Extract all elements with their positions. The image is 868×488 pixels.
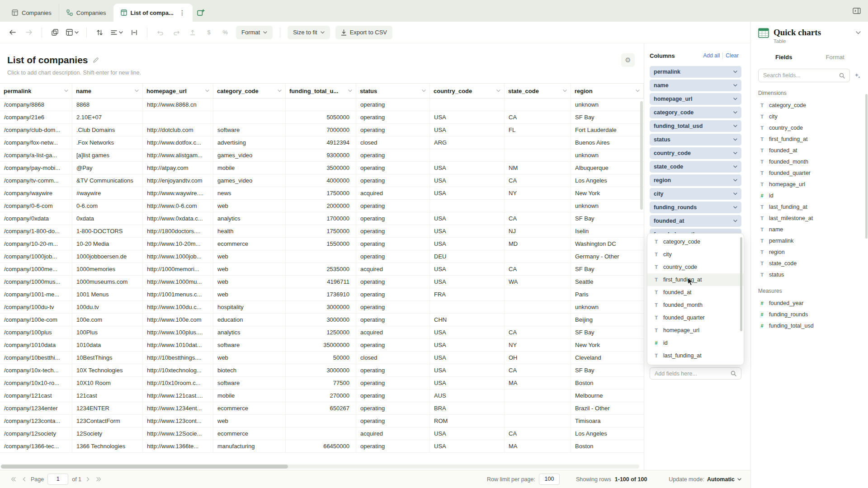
panel-scrollbar[interactable] <box>865 94 868 239</box>
column-header[interactable]: region <box>571 84 644 98</box>
update-mode-dropdown[interactable]: Update mode: Automatic <box>669 476 741 483</box>
table-row[interactable]: /company/1000job... 1000jobboersen.de ht… <box>0 250 644 263</box>
dropdown-field-item[interactable]: # id <box>647 337 744 349</box>
table-row[interactable]: /company/tv-comm... &TV Communications h… <box>0 174 644 187</box>
table-row[interactable]: /company/1366-tec... 1366 Technologies h… <box>0 440 644 453</box>
dropdown-field-item[interactable]: T homepage_url <box>647 324 744 337</box>
settings-gear-icon[interactable]: ⚙ <box>621 53 635 67</box>
chevron-down-icon[interactable] <box>733 206 737 209</box>
chevron-down-icon[interactable] <box>733 138 737 141</box>
tab-fields[interactable]: Fields <box>758 52 810 62</box>
dropdown-scrollbar[interactable] <box>740 237 742 331</box>
percent-format-icon[interactable]: % <box>218 25 232 40</box>
dimension-item[interactable]: T city <box>758 111 861 122</box>
tab-companies-1[interactable]: Companies <box>5 4 59 22</box>
dropdown-field-item[interactable]: T last_funding_at <box>647 349 744 362</box>
edit-title-icon[interactable] <box>93 57 99 63</box>
new-tab-button[interactable] <box>193 4 210 22</box>
chevron-down-icon[interactable] <box>733 70 737 73</box>
column-pill[interactable]: funding_total_usd <box>650 120 741 132</box>
ai-sparkle-icon[interactable] <box>854 72 861 79</box>
column-filter-chevron-icon[interactable] <box>496 89 500 92</box>
dimension-item[interactable]: T category_code <box>758 99 861 111</box>
column-header[interactable]: category_code <box>213 84 286 98</box>
table-row[interactable]: /company/10bestthi... 10BestThings http:… <box>0 352 644 364</box>
column-pill[interactable]: status <box>650 134 741 145</box>
dimension-item[interactable]: T founded_quarter <box>758 167 861 178</box>
dropdown-field-item[interactable]: T founded_month <box>647 299 744 311</box>
merge-cells-icon[interactable] <box>127 25 142 40</box>
chevron-down-icon[interactable] <box>733 111 737 114</box>
column-filter-chevron-icon[interactable] <box>348 89 352 92</box>
table-row[interactable]: /company/100e-com 100e.com http://www.10… <box>0 314 644 326</box>
column-header[interactable]: funding_total_u... <box>286 84 356 98</box>
measure-item[interactable]: # founded_year <box>758 297 861 309</box>
dimension-item[interactable]: T region <box>758 246 861 258</box>
table-row[interactable]: /company/1010data 1010data http://www.10… <box>0 339 644 352</box>
row-limit-input[interactable]: 100 <box>539 474 560 485</box>
sort-button[interactable] <box>92 25 107 40</box>
align-button[interactable] <box>108 25 125 40</box>
table-options-button[interactable] <box>64 25 81 40</box>
dimension-item[interactable]: # id <box>758 190 861 201</box>
measure-item[interactable]: # funding_total_usd <box>758 320 861 331</box>
format-button[interactable]: Format <box>236 26 273 39</box>
dimension-item[interactable]: T founded_month <box>758 156 861 167</box>
column-filter-chevron-icon[interactable] <box>205 89 209 92</box>
clear-format-icon[interactable] <box>185 25 200 40</box>
chevron-down-icon[interactable] <box>733 98 737 100</box>
add-fields-input[interactable]: Add fields here... <box>650 367 741 380</box>
column-filter-chevron-icon[interactable] <box>422 89 426 92</box>
column-pill[interactable]: funding_rounds <box>650 202 741 213</box>
table-row[interactable]: /company/100du-tv 100du.tv http://www.10… <box>0 301 644 314</box>
forward-button[interactable] <box>22 25 36 40</box>
table-row[interactable]: /company/0-6-com 0-6.com http://www.0-6.… <box>0 200 644 212</box>
table-row[interactable]: /company/10x10-ro... 10X10 Room http://1… <box>0 377 644 389</box>
table-row[interactable]: /company/1000me... 1000memories http://1… <box>0 263 644 276</box>
column-pill[interactable]: category_code <box>650 107 741 118</box>
dimension-item[interactable]: T first_funding_at <box>758 133 861 145</box>
table-row[interactable]: /company/pay-mobi... @Pay http://atpay.c… <box>0 162 644 174</box>
column-filter-chevron-icon[interactable] <box>636 89 640 92</box>
horizontal-scrollbar-thumb[interactable] <box>1 465 288 469</box>
chevron-down-icon[interactable] <box>733 220 737 222</box>
dimension-item[interactable]: T founded_at <box>758 145 861 156</box>
horizontal-scrollbar[interactable] <box>1 465 639 469</box>
column-header[interactable]: name <box>72 84 143 98</box>
dimension-item[interactable]: T state_code <box>758 258 861 269</box>
chevron-down-icon[interactable] <box>733 125 737 127</box>
back-button[interactable] <box>5 25 20 40</box>
last-page-icon[interactable] <box>95 477 103 482</box>
first-page-icon[interactable] <box>9 477 17 482</box>
table-row[interactable]: /company/12society 12Society http://www.… <box>0 427 644 440</box>
column-header[interactable]: country_code <box>430 84 505 98</box>
dropdown-field-item[interactable]: T founded_at <box>647 286 744 299</box>
table-row[interactable]: /company/8868 8868 http://www.8868.cn op… <box>0 99 644 111</box>
dimension-item[interactable]: T homepage_url <box>758 178 861 190</box>
chart-description-placeholder[interactable]: Click to add chart description. Shift-en… <box>0 67 644 83</box>
chevron-down-icon[interactable] <box>733 84 737 87</box>
tab-companies-2[interactable]: Companies <box>59 4 113 22</box>
table-row[interactable]: /company/121cast 121cast http://www.121c… <box>0 389 644 402</box>
tab-format[interactable]: Format <box>810 52 861 62</box>
dimension-item[interactable]: T last_funding_at <box>758 201 861 212</box>
table-row[interactable]: /company/10x-tech... 10X Technologies ht… <box>0 364 644 377</box>
dimension-item[interactable]: T name <box>758 224 861 235</box>
chevron-down-icon[interactable] <box>733 152 737 155</box>
column-pill[interactable]: founded_at <box>650 215 741 227</box>
next-page-icon[interactable] <box>85 477 91 482</box>
column-header[interactable]: state_code <box>505 84 571 98</box>
chevron-down-icon[interactable] <box>733 179 737 182</box>
column-pill[interactable]: name <box>650 80 741 91</box>
table-row[interactable]: /company/100plus 100Plus http://www.100p… <box>0 326 644 339</box>
measure-item[interactable]: # funding_rounds <box>758 309 861 320</box>
prev-page-icon[interactable] <box>21 477 27 482</box>
dropdown-field-item[interactable]: T country_code <box>647 261 744 273</box>
column-pill[interactable]: country_code <box>650 147 741 159</box>
column-pill[interactable]: state_code <box>650 161 741 173</box>
table-row[interactable]: /company/fox-netw... .Fox Networks http:… <box>0 136 644 149</box>
currency-format-icon[interactable]: $ <box>202 25 216 40</box>
column-pill[interactable]: homepage_url <box>650 93 741 105</box>
table-row[interactable]: /company/123conta... 123ContactForm http… <box>0 415 644 427</box>
dimension-item[interactable]: T status <box>758 269 861 280</box>
